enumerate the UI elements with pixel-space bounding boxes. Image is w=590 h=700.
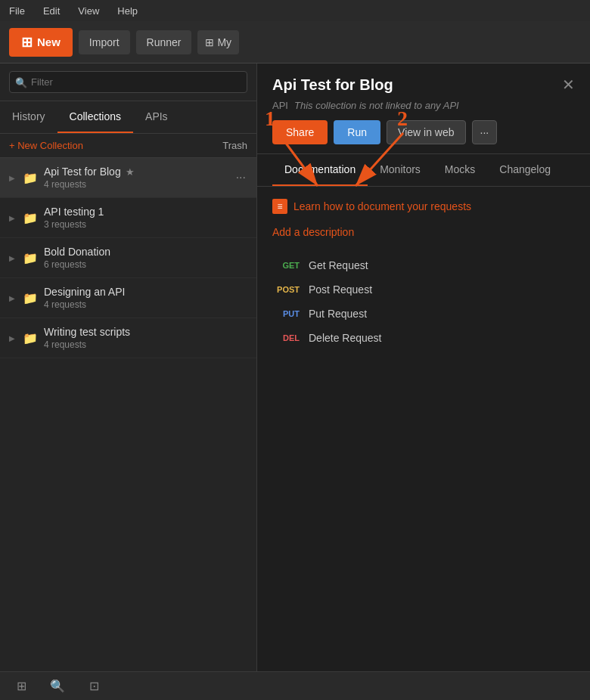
method-put: PUT	[272, 309, 300, 318]
doc-icon: ≡	[272, 199, 287, 214]
collection-name: Designing an API	[44, 286, 247, 298]
menu-file[interactable]: File	[6, 4, 28, 18]
trash-button[interactable]: Trash	[222, 140, 247, 151]
tab-apis[interactable]: APIs	[133, 101, 180, 133]
run-button[interactable]: Run	[334, 120, 380, 144]
caret-icon: ▶	[9, 294, 15, 302]
request-list: GET Get Request POST Post Request PUT Pu…	[272, 253, 575, 350]
tab-history[interactable]: History	[0, 101, 57, 133]
grid-icon: ⊞	[205, 36, 214, 48]
method-del: DEL	[272, 333, 300, 342]
collection-item[interactable]: ▶ 📁 Designing an API 4 requests	[0, 278, 256, 318]
collection-name: Bold Donation	[44, 246, 247, 258]
sidebar-tabs: History Collections APIs	[0, 101, 256, 134]
folder-icon: 📁	[23, 291, 38, 305]
search-box: 🔍	[0, 63, 256, 101]
caret-icon: ▶	[9, 174, 15, 182]
folder-icon: 📁	[23, 331, 38, 345]
collection-count: 4 requests	[44, 179, 247, 190]
menu-help[interactable]: Help	[114, 4, 141, 18]
caret-icon: ▶	[9, 334, 15, 342]
collection-item[interactable]: ▶ 📁 Api Test for Blog ★ 4 requests ··· ◀	[0, 158, 256, 198]
collection-count: 6 requests	[44, 259, 247, 270]
detail-panel: Api Test for Blog ✕ API This collection …	[257, 63, 590, 671]
add-description[interactable]: Add a description	[272, 226, 575, 238]
tab-changelog[interactable]: Changelog	[487, 154, 563, 186]
tab-monitors[interactable]: Monitors	[368, 154, 433, 186]
collection-item[interactable]: ▶ 📁 Writing test scripts 4 requests	[0, 318, 256, 358]
tab-documentation[interactable]: Documentation	[272, 154, 368, 186]
api-status: This collection is not linked to any API	[294, 100, 459, 111]
star-icon: ★	[126, 166, 135, 178]
method-get: GET	[272, 261, 300, 270]
collection-name: API testing 1	[44, 206, 247, 218]
sidebar: 🔍 History Collections APIs + New Collect…	[0, 63, 257, 671]
collection-count: 3 requests	[44, 219, 247, 230]
tab-mocks[interactable]: Mocks	[433, 154, 487, 186]
more-button[interactable]: ···	[472, 120, 498, 144]
share-button[interactable]: Share	[272, 120, 328, 144]
request-name: Put Request	[309, 308, 367, 320]
method-post: POST	[272, 285, 300, 294]
collection-item[interactable]: ▶ 📁 Bold Donation 6 requests	[0, 238, 256, 278]
import-button[interactable]: Import	[79, 30, 130, 54]
main-layout: 🔍 History Collections APIs + New Collect…	[0, 63, 590, 671]
new-button[interactable]: ⊞ New	[9, 28, 73, 57]
request-name: Delete Request	[309, 332, 382, 344]
plus-icon: ⊞	[21, 34, 33, 51]
folder-icon: 📁	[23, 251, 38, 265]
detail-tabs: Documentation Monitors Mocks Changelog	[257, 154, 590, 187]
list-item[interactable]: GET Get Request	[272, 253, 575, 277]
three-dots-menu[interactable]: ···	[231, 169, 250, 186]
bottombar: ⊞ 🔍 ⊡	[0, 671, 590, 700]
learn-link[interactable]: ≡ Learn how to document your requests	[272, 199, 575, 214]
list-item[interactable]: PUT Put Request	[272, 302, 575, 326]
close-button[interactable]: ✕	[562, 76, 575, 94]
collection-name: Writing test scripts	[44, 326, 247, 338]
toolbar: ⊞ New Import Runner ⊞ My	[0, 21, 590, 63]
terminal-icon[interactable]: ⊡	[82, 674, 106, 698]
search-input[interactable]	[9, 71, 247, 93]
folder-icon: 📁	[23, 171, 38, 185]
caret-icon: ▶	[9, 254, 15, 262]
caret-icon: ▶	[9, 214, 15, 222]
detail-header: Api Test for Blog ✕ API This collection …	[257, 63, 590, 154]
request-name: Post Request	[309, 283, 372, 296]
collection-count: 4 requests	[44, 299, 247, 310]
search-icon: 🔍	[15, 76, 27, 88]
folder-icon: 📁	[23, 211, 38, 225]
api-row: API This collection is not linked to any…	[272, 100, 575, 111]
collection-name: Api Test for Blog ★	[44, 166, 247, 178]
detail-content: ≡ Learn how to document your requests Ad…	[257, 187, 590, 671]
collection-item[interactable]: ▶ 📁 API testing 1 3 requests	[0, 198, 256, 238]
runner-button[interactable]: Runner	[136, 30, 192, 54]
api-label: API	[272, 100, 288, 111]
menu-edit[interactable]: Edit	[40, 4, 63, 18]
list-item[interactable]: DEL Delete Request	[272, 326, 575, 350]
detail-actions: Share Run View in web ···	[272, 120, 575, 153]
new-collection-button[interactable]: + New Collection	[9, 140, 83, 151]
search-bottom-icon[interactable]: 🔍	[45, 674, 70, 698]
detail-title: Api Test for Blog	[272, 76, 393, 94]
workspace-button[interactable]: ⊞ My	[197, 30, 239, 54]
view-web-button[interactable]: View in web	[387, 120, 465, 144]
layout-icon[interactable]: ⊞	[9, 674, 33, 698]
menu-view[interactable]: View	[75, 4, 102, 18]
collection-count: 4 requests	[44, 339, 247, 350]
list-item[interactable]: POST Post Request	[272, 277, 575, 302]
collection-list: ▶ 📁 Api Test for Blog ★ 4 requests ··· ◀…	[0, 158, 256, 671]
request-name: Get Request	[309, 259, 368, 271]
menubar: File Edit View Help	[0, 0, 590, 21]
tab-collections[interactable]: Collections	[57, 101, 133, 133]
sidebar-actions: + New Collection Trash	[0, 134, 256, 158]
